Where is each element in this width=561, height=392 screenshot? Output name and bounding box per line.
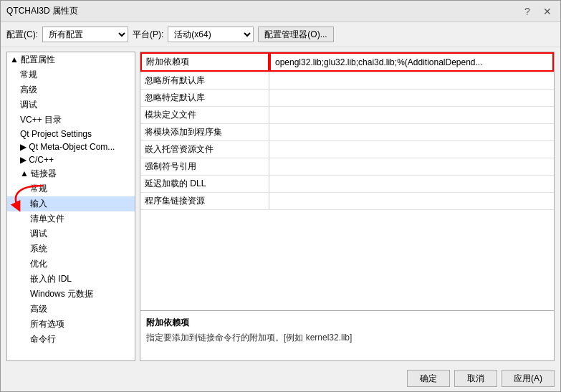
property-table: 附加依赖项opengl32.lib;glu32.lib;chai3d.lib;%… xyxy=(140,52,554,310)
title-bar: QTCHAI3D 属性页 ? ✕ xyxy=(1,1,560,22)
prop-row[interactable]: 嵌入托管资源文件 xyxy=(140,141,554,158)
prop-row[interactable]: 延迟加载的 DLL xyxy=(140,176,554,193)
ok-button[interactable]: 确定 xyxy=(407,370,450,387)
bottom-bar: 确定 取消 应用(A) xyxy=(1,365,560,391)
tree-item-all-options[interactable]: 所有选项 xyxy=(7,317,135,332)
prop-value xyxy=(269,107,554,123)
prop-name: 忽略特定默认库 xyxy=(140,90,269,106)
tree-item-advanced2[interactable]: 高级 xyxy=(7,302,135,317)
tree-item-linker-debug[interactable]: 调试 xyxy=(7,226,135,242)
prop-value xyxy=(269,141,554,158)
tree-item-debug[interactable]: 调试 xyxy=(7,97,135,113)
prop-row[interactable]: 模块定义文件 xyxy=(140,107,554,124)
tree-item-embedded-idl[interactable]: 嵌入的 IDL xyxy=(7,272,135,287)
description-area: 附加依赖项 指定要添加到链接命令行的附加项。[例如 kernel32.lib] xyxy=(140,310,554,360)
tree-item-cmdline[interactable]: 命令行 xyxy=(7,332,135,347)
prop-value xyxy=(269,176,554,192)
prop-row[interactable]: 程序集链接资源 xyxy=(140,193,554,210)
tree-item-qt-project-settings[interactable]: Qt Project Settings xyxy=(7,128,135,140)
help-button[interactable]: ? xyxy=(520,4,534,19)
tree-item-linker-system[interactable]: 系统 xyxy=(7,242,135,257)
tree-item-config-props[interactable]: ▲ 配置属性 xyxy=(7,52,135,67)
platform-label: 平台(P): xyxy=(133,29,163,41)
main-content: ▲ 配置属性常规高级调试VC++ 目录Qt Project Settings▶ … xyxy=(1,47,560,365)
prop-name: 忽略所有默认库 xyxy=(140,72,269,89)
tree-items: ▲ 配置属性常规高级调试VC++ 目录Qt Project Settings▶ … xyxy=(7,52,135,347)
config-select[interactable]: 所有配置 xyxy=(42,27,128,42)
prop-value xyxy=(269,124,554,140)
description-title: 附加依赖项 xyxy=(146,317,548,329)
prop-value xyxy=(269,72,554,89)
prop-row[interactable]: 附加依赖项opengl32.lib;glu32.lib;chai3d.lib;%… xyxy=(140,52,554,72)
config-manager-button[interactable]: 配置管理器(O)... xyxy=(258,27,333,42)
apply-button[interactable]: 应用(A) xyxy=(502,370,555,387)
toolbar: 配置(C): 所有配置 平台(P): 活动(x64) 配置管理器(O)... xyxy=(1,22,560,47)
prop-value xyxy=(269,193,554,209)
tree-item-linker-optimize[interactable]: 优化 xyxy=(7,257,135,272)
prop-name: 将模块添加到程序集 xyxy=(140,124,269,140)
close-button[interactable]: ✕ xyxy=(540,4,555,19)
prop-value: opengl32.lib;glu32.lib;chai3d.lib;%(Addi… xyxy=(269,52,554,72)
prop-row[interactable]: 将模块添加到程序集 xyxy=(140,124,554,141)
tree-item-qt-meta[interactable]: ▶ Qt Meta-Object Com... xyxy=(7,140,135,153)
prop-row[interactable]: 忽略所有默认库 xyxy=(140,72,554,90)
cancel-button[interactable]: 取消 xyxy=(454,370,497,387)
prop-name: 嵌入托管资源文件 xyxy=(140,141,269,158)
tree-item-linker-input[interactable]: 输入 xyxy=(7,196,135,211)
prop-value xyxy=(269,158,554,175)
prop-name: 程序集链接资源 xyxy=(140,193,269,209)
tree-item-linker-manifest[interactable]: 清单文件 xyxy=(7,211,135,226)
prop-name: 延迟加载的 DLL xyxy=(140,176,269,192)
tree-item-cpp[interactable]: ▶ C/C++ xyxy=(7,153,135,166)
tree-item-vcpp-dirs[interactable]: VC++ 目录 xyxy=(7,113,135,128)
description-text: 指定要添加到链接命令行的附加项。[例如 kernel32.lib] xyxy=(146,332,548,344)
platform-select[interactable]: 活动(x64) xyxy=(168,27,254,42)
prop-value xyxy=(269,90,554,106)
prop-name: 附加依赖项 xyxy=(140,52,269,72)
title-bar-buttons: ? ✕ xyxy=(520,4,555,19)
tree-item-linker-general[interactable]: 常规 xyxy=(7,181,135,196)
prop-row[interactable]: 忽略特定默认库 xyxy=(140,90,554,107)
prop-name: 强制符号引用 xyxy=(140,158,269,175)
prop-row[interactable]: 强制符号引用 xyxy=(140,158,554,176)
main-window: QTCHAI3D 属性页 ? ✕ 配置(C): 所有配置 平台(P): 活动(x… xyxy=(0,0,561,392)
tree-item-linker[interactable]: ▲ 链接器 xyxy=(7,166,135,181)
window-title: QTCHAI3D 属性页 xyxy=(6,5,78,17)
property-panel: 附加依赖项opengl32.lib;glu32.lib;chai3d.lib;%… xyxy=(140,52,555,361)
tree-panel[interactable]: ▲ 配置属性常规高级调试VC++ 目录Qt Project Settings▶ … xyxy=(6,52,135,361)
tree-item-general[interactable]: 常规 xyxy=(7,67,135,82)
tree-item-windows-meta[interactable]: Windows 元数据 xyxy=(7,287,135,302)
tree-item-advanced[interactable]: 高级 xyxy=(7,82,135,97)
config-label: 配置(C): xyxy=(6,29,38,41)
prop-name: 模块定义文件 xyxy=(140,107,269,123)
